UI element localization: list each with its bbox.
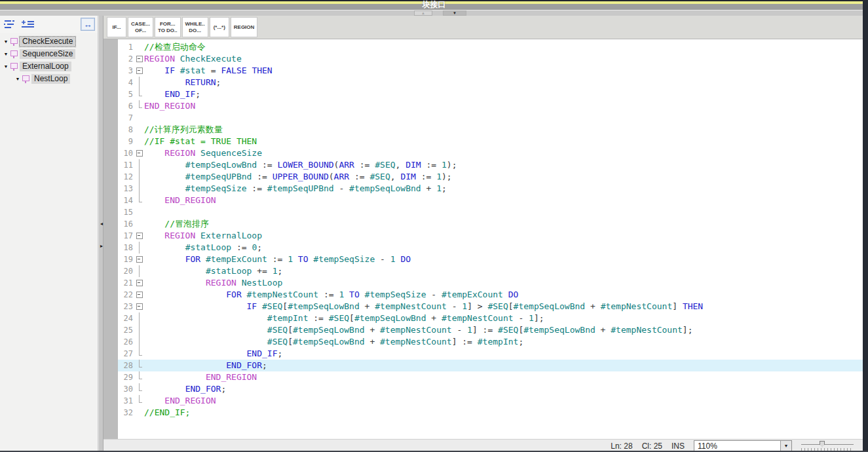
collapse-structure-icon[interactable]: [3, 18, 17, 30]
line-number: 28: [118, 361, 135, 370]
code-line[interactable]: 7: [118, 112, 863, 124]
code-line[interactable]: 16 //冒泡排序: [118, 218, 863, 230]
fold-guide: [135, 88, 144, 100]
fold-guide: [135, 336, 144, 348]
case-of-button[interactable]: CASE...OF...: [128, 17, 153, 37]
code-text: //END_IF;: [144, 407, 190, 419]
code-line[interactable]: 15: [118, 206, 863, 218]
tree-item-label: NestLoop: [31, 74, 70, 84]
fold-toggle-icon[interactable]: [135, 147, 144, 159]
fold-guide: [135, 242, 144, 254]
region-flag-icon: [9, 50, 18, 59]
code-line[interactable]: 22 FOR #tempNestCount := 1 TO #tempSeqSi…: [118, 289, 863, 301]
fold-toggle-icon[interactable]: [135, 65, 144, 77]
line-number: 1: [118, 43, 135, 52]
splitter-expand-right-icon[interactable]: ▸: [99, 244, 104, 249]
code-text: FOR #tempExCount := 1 TO #tempSeqSize - …: [144, 254, 411, 265]
interface-expand-down-button[interactable]: ▼: [443, 10, 466, 16]
code-text: //检查启动命令: [144, 41, 206, 53]
pane-header: 块接口 ▲ ▼: [0, 0, 868, 16]
zoom-slider-thumb[interactable]: [820, 441, 825, 447]
code-line[interactable]: 23 IF #SEQ[#tempSeqLowBnd + #tempNestCou…: [118, 301, 863, 312]
code-line[interactable]: 6END_REGION: [118, 100, 863, 112]
line-number: 29: [118, 373, 135, 382]
code-line[interactable]: 30 END_FOR;: [118, 383, 863, 395]
region-button[interactable]: REGION: [231, 17, 258, 37]
code-line[interactable]: 21 REGION NestLoop: [118, 277, 863, 289]
region-flag-icon: [9, 37, 18, 47]
code-line[interactable]: 17 REGION ExternalLoop: [118, 230, 863, 242]
tree-expander-icon[interactable]: ▼: [3, 64, 9, 69]
while-do-button[interactable]: WHILE..DO...: [182, 17, 208, 37]
code-line[interactable]: 25 #SEQ[#tempSeqLowBnd + #tempNestCount …: [118, 324, 863, 336]
region-tree: ▼CheckExecute▼SequenceSize▼ExternalLoop▼…: [0, 33, 98, 85]
code-line[interactable]: 14 END_REGION: [118, 195, 863, 206]
comment-button[interactable]: (*...*): [210, 17, 229, 37]
tree-item-checkexecute[interactable]: ▼CheckExecute: [0, 35, 98, 48]
tree-expander-icon[interactable]: ▼: [3, 39, 9, 44]
fold-guide: [135, 159, 144, 171]
code-line[interactable]: 32//END_IF;: [118, 407, 863, 419]
line-number: 2: [118, 54, 135, 64]
code-line[interactable]: 2REGION CheckExecute: [118, 53, 863, 65]
code-line[interactable]: 29 END_REGION: [118, 371, 863, 383]
code-line[interactable]: 13 #tempSeqSize := #tempSeqUPBnd - #temp…: [118, 183, 863, 195]
code-line[interactable]: 20 #statLoop += 1;: [118, 265, 863, 277]
line-number: 15: [118, 208, 135, 217]
zoom-dropdown-arrow-icon[interactable]: ▼: [780, 441, 791, 451]
tree-item-nestloop[interactable]: ▼NestLoop: [0, 73, 98, 85]
zoom-slider[interactable]: [801, 440, 854, 452]
fold-toggle-icon[interactable]: [135, 289, 144, 301]
line-number: 16: [118, 219, 135, 229]
fold-toggle-icon[interactable]: [135, 53, 144, 65]
for-to-do-button[interactable]: FOR...TO DO..: [155, 17, 181, 37]
interface-collapse-up-button[interactable]: ▲: [414, 10, 432, 16]
code-text: FOR #tempNestCount := 1 TO #tempSeqSize …: [144, 289, 518, 301]
code-line[interactable]: 9//IF #stat = TRUE THEN: [118, 136, 863, 147]
sidebar-width-toggle-button[interactable]: ↔: [81, 18, 95, 31]
snippet-toolbar: IF...CASE...OF...FOR...TO DO..WHILE..DO.…: [104, 16, 863, 39]
fold-guide: [135, 312, 144, 324]
fold-toggle-icon[interactable]: [135, 277, 144, 289]
zoom-select[interactable]: 110% ▼: [694, 440, 792, 451]
tree-item-externalloop[interactable]: ▼ExternalLoop: [0, 60, 98, 73]
fold-guide: [135, 183, 144, 195]
fold-guide: [135, 383, 144, 395]
code-line[interactable]: 3 IF #stat = FALSE THEN: [118, 65, 863, 77]
fold-guide: [135, 360, 144, 371]
sidebar-splitter[interactable]: ◂ ▸: [98, 16, 104, 452]
code-line[interactable]: 24 #tempInt := #SEQ[#tempSeqLowBnd + #te…: [118, 312, 863, 324]
code-text: REGION ExternalLoop: [144, 230, 262, 242]
splitter-collapse-left-icon[interactable]: ◂: [99, 221, 104, 227]
code-line[interactable]: 28 END_FOR;: [118, 360, 863, 371]
code-line[interactable]: 5 END_IF;: [118, 88, 863, 100]
code-line[interactable]: 8//计算序列元素数量: [118, 124, 863, 136]
code-line[interactable]: 19 FOR #tempExCount := 1 TO #tempSeqSize…: [118, 254, 863, 265]
code-line[interactable]: 27 END_IF;: [118, 348, 863, 360]
code-text: IF #stat = FALSE THEN: [144, 65, 273, 77]
fold-toggle-icon[interactable]: [135, 230, 144, 242]
fold-guide: [135, 371, 144, 383]
code-line[interactable]: 11 #tempSeqLowBnd := LOWER_BOUND(ARR := …: [118, 159, 863, 171]
code-line[interactable]: 18 #statLoop := 0;: [118, 242, 863, 254]
code-line[interactable]: 4 RETURN;: [118, 77, 863, 88]
code-line[interactable]: 1//检查启动命令: [118, 41, 863, 53]
fold-toggle-icon[interactable]: [135, 254, 144, 265]
code-area[interactable]: 1//检查启动命令2REGION CheckExecute3 IF #stat …: [118, 39, 863, 439]
tree-expander-icon[interactable]: ▼: [14, 77, 21, 81]
tree-item-sequencesize[interactable]: ▼SequenceSize: [0, 48, 98, 60]
line-number: 6: [118, 102, 135, 111]
code-line[interactable]: 31 END_REGION: [118, 395, 863, 407]
code-line[interactable]: 10 REGION SequenceSize: [118, 147, 863, 159]
code-text: #tempSeqUPBnd := UPPER_BOUND(ARR := #SEQ…: [144, 171, 452, 183]
code-text: REGION CheckExecute: [144, 53, 242, 65]
if-button[interactable]: IF...: [107, 17, 126, 37]
tree-expander-icon[interactable]: ▼: [3, 52, 9, 56]
expand-structure-icon[interactable]: [21, 18, 35, 30]
fold-guide: [135, 136, 144, 147]
line-number: 3: [118, 66, 135, 75]
fold-toggle-icon[interactable]: [135, 301, 144, 312]
code-line[interactable]: 26 #SEQ[#tempSeqLowBnd + #tempNestCount]…: [118, 336, 863, 348]
code-line[interactable]: 12 #tempSeqUPBnd := UPPER_BOUND(ARR := #…: [118, 171, 863, 183]
line-number: 12: [118, 172, 135, 181]
